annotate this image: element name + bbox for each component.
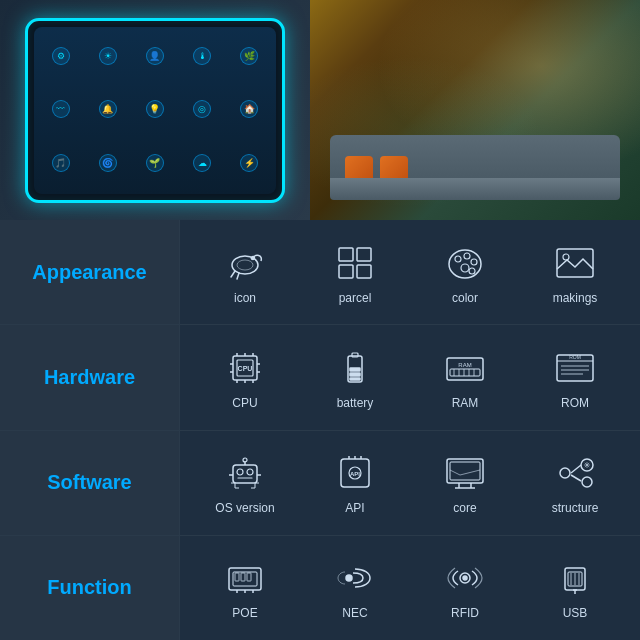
svg-rect-73 xyxy=(241,573,245,581)
function-label: Function xyxy=(0,536,180,640)
sofa xyxy=(330,130,620,200)
tablet-icon-4: 🌡 xyxy=(180,31,225,83)
tablet-icon-1: ⚙ xyxy=(38,31,83,83)
svg-rect-6 xyxy=(357,265,371,278)
svg-text:RAM: RAM xyxy=(458,362,471,368)
svg-point-2 xyxy=(252,256,255,259)
svg-rect-4 xyxy=(357,248,371,261)
battery-icon xyxy=(328,345,382,391)
svg-rect-47 xyxy=(233,465,257,483)
software-label: Software xyxy=(0,431,180,535)
item-rfid: RFID xyxy=(425,555,505,620)
item-poe: POE xyxy=(205,555,285,620)
item-core: core xyxy=(425,450,505,515)
sofa-seat xyxy=(330,178,620,200)
makings-icon xyxy=(548,240,602,286)
item-api: API API xyxy=(315,450,395,515)
function-row: Function xyxy=(0,536,640,640)
svg-point-78 xyxy=(346,575,352,581)
hardware-items: CPU CPU xyxy=(180,337,640,418)
icon-bird-icon xyxy=(218,240,272,286)
svg-rect-74 xyxy=(247,573,251,581)
cpu-icon: CPU xyxy=(218,345,272,391)
svg-rect-30 xyxy=(350,368,360,371)
color-icon xyxy=(438,240,492,286)
tablet-icon-10: 🏠 xyxy=(227,84,272,136)
svg-point-80 xyxy=(463,576,467,580)
room-side xyxy=(310,0,640,220)
tablet-icon-9: ◎ xyxy=(180,84,225,136)
hardware-label: Hardware xyxy=(0,325,180,429)
svg-point-1 xyxy=(237,260,253,270)
item-battery: battery xyxy=(315,345,395,410)
item-nec: NEC xyxy=(315,555,395,620)
bottom-section: Appearance icon xyxy=(0,220,640,640)
svg-text:CPU: CPU xyxy=(238,365,253,372)
item-parcel: parcel xyxy=(315,240,395,305)
svg-point-48 xyxy=(237,469,243,475)
core-icon xyxy=(438,450,492,496)
tablet-icon-15: ⚡ xyxy=(227,138,272,190)
tablet-icon-7: 🔔 xyxy=(85,84,130,136)
tablet-icon-2: ☀ xyxy=(85,31,130,83)
svg-point-9 xyxy=(464,253,470,259)
room-decor xyxy=(310,0,640,220)
poe-icon xyxy=(218,555,272,601)
appearance-items: icon parcel xyxy=(180,232,640,313)
structure-icon xyxy=(548,450,602,496)
svg-line-66 xyxy=(571,465,581,473)
tablet-icon-3: 👤 xyxy=(132,31,177,83)
tablet-icon-12: 🌀 xyxy=(85,138,130,190)
appearance-label: Appearance xyxy=(0,220,180,324)
api-icon: API xyxy=(328,450,382,496)
usb-icon xyxy=(548,555,602,601)
tablet-icon-13: 🌱 xyxy=(132,138,177,190)
tablet-side: ⚙ ☀ 👤 🌡 🌿 〰 🔔 xyxy=(0,0,310,220)
svg-text:API: API xyxy=(350,471,360,477)
item-icon: icon xyxy=(205,240,285,305)
parcel-icon xyxy=(328,240,382,286)
item-rom: ROM ROM xyxy=(535,345,615,410)
tablet-icon-14: ☁ xyxy=(180,138,225,190)
svg-point-8 xyxy=(455,256,461,262)
svg-rect-35 xyxy=(450,369,480,376)
top-section: ⚙ ☀ 👤 🌡 🌿 〰 🔔 xyxy=(0,0,640,220)
item-os: OS version xyxy=(205,450,285,515)
tablet-screen: ⚙ ☀ 👤 🌡 🌿 〰 🔔 xyxy=(34,27,276,194)
item-makings: makings xyxy=(535,240,615,305)
svg-text:ROM: ROM xyxy=(569,354,581,360)
os-icon xyxy=(218,450,272,496)
nec-icon xyxy=(328,555,382,601)
item-usb: USB xyxy=(535,555,615,620)
appearance-row: Appearance icon xyxy=(0,220,640,325)
tablet-icon-8: 💡 xyxy=(132,84,177,136)
rfid-icon xyxy=(438,555,492,601)
tablet-icon-6: 〰 xyxy=(38,84,83,136)
svg-point-67 xyxy=(560,468,570,478)
svg-rect-3 xyxy=(339,248,353,261)
function-items: POE NEC xyxy=(180,547,640,628)
svg-point-49 xyxy=(247,469,253,475)
software-items: OS version API API xyxy=(180,442,640,523)
tablet-icon-5: 🌿 xyxy=(227,31,272,83)
item-cpu: CPU CPU xyxy=(205,345,285,410)
item-color: color xyxy=(425,240,505,305)
svg-rect-32 xyxy=(350,378,360,380)
svg-rect-72 xyxy=(235,573,239,581)
software-row: Software xyxy=(0,431,640,536)
svg-point-12 xyxy=(461,264,469,272)
item-structure: structure xyxy=(535,450,615,515)
svg-point-10 xyxy=(471,259,477,265)
svg-point-69 xyxy=(582,477,592,487)
tablet-icon-11: 🎵 xyxy=(38,138,83,190)
hardware-row: Hardware CPU xyxy=(0,325,640,430)
ram-icon: RAM xyxy=(438,345,492,391)
svg-point-14 xyxy=(563,254,569,260)
svg-rect-31 xyxy=(350,373,360,376)
rom-icon: ROM xyxy=(548,345,602,391)
tablet-frame: ⚙ ☀ 👤 🌡 🌿 〰 🔔 xyxy=(25,18,285,203)
item-ram: RAM RAM xyxy=(425,345,505,410)
sofa-back xyxy=(330,135,620,180)
svg-line-68 xyxy=(571,475,581,481)
svg-rect-5 xyxy=(339,265,353,278)
